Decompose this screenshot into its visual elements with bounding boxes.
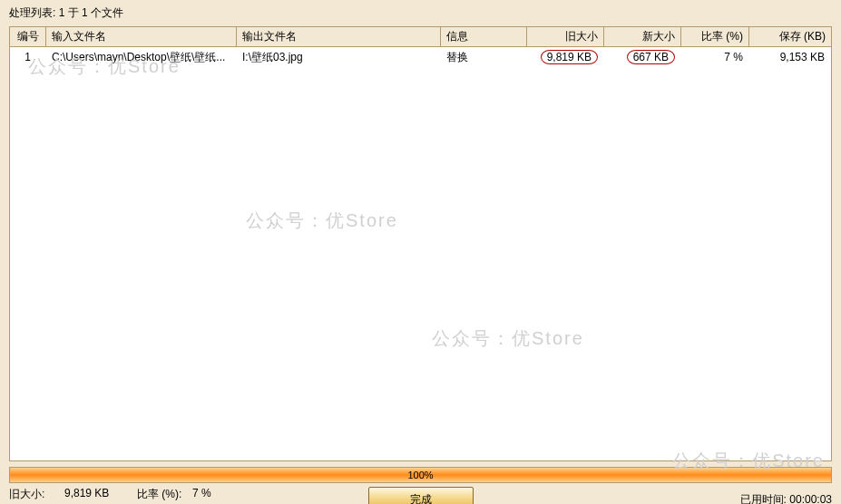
summary-rate-label: 比率 (%): — [137, 487, 187, 502]
summary-old-value: 9,819 KB — [64, 487, 119, 502]
summary-old-label: 旧大小: — [9, 487, 59, 502]
cell-input: C:\Users\mayn\Desktop\壁纸\壁纸... — [46, 47, 237, 68]
col-header-info[interactable]: 信息 — [441, 26, 527, 47]
cell-new-size: 667 KB — [604, 47, 681, 67]
progress-bar: 100% — [9, 467, 832, 483]
cell-rate: 7 % — [681, 48, 749, 66]
summary-block: 旧大小: 9,819 KB 新大小: 667 KB 比率 (%): 7 % 保存… — [9, 487, 247, 504]
cell-output: I:\壁纸03.jpg — [237, 47, 441, 68]
page-title: 处理列表: 1 于 1 个文件 — [0, 0, 841, 24]
col-header-input[interactable]: 输入文件名 — [46, 26, 237, 47]
watermark-text: 公众号：优Store — [246, 208, 398, 233]
table-row[interactable]: 1 C:\Users\mayn\Desktop\壁纸\壁纸... I:\壁纸03… — [10, 47, 831, 67]
summary-rate-value: 7 % — [192, 487, 247, 502]
cell-old-size: 9,819 KB — [527, 47, 604, 67]
col-header-new[interactable]: 新大小 — [604, 26, 681, 47]
watermark-text: 公众号：优Store — [432, 326, 584, 351]
col-header-rate[interactable]: 比率 (%) — [681, 26, 749, 47]
cell-saved: 9,153 KB — [749, 48, 831, 66]
col-header-save[interactable]: 保存 (KB) — [749, 26, 831, 47]
elapsed-time: 已用时间: 00:00:03 — [740, 492, 832, 504]
cell-info: 替换 — [441, 47, 527, 68]
results-table: 编号 输入文件名 输出文件名 信息 旧大小 新大小 比率 (%) 保存 (KB)… — [9, 26, 832, 461]
elapsed-value: 00:00:03 — [789, 493, 832, 504]
cell-idx: 1 — [10, 48, 46, 66]
progress-label: 100% — [10, 468, 831, 482]
col-header-output[interactable]: 输出文件名 — [237, 26, 441, 47]
table-header: 编号 输入文件名 输出文件名 信息 旧大小 新大小 比率 (%) 保存 (KB) — [10, 27, 831, 47]
done-button[interactable]: 完成 — [368, 487, 474, 504]
elapsed-label: 已用时间: — [740, 493, 787, 504]
col-header-idx[interactable]: 编号 — [10, 26, 46, 47]
col-header-old[interactable]: 旧大小 — [527, 26, 604, 47]
footer: 旧大小: 9,819 KB 新大小: 667 KB 比率 (%): 7 % 保存… — [9, 487, 832, 504]
